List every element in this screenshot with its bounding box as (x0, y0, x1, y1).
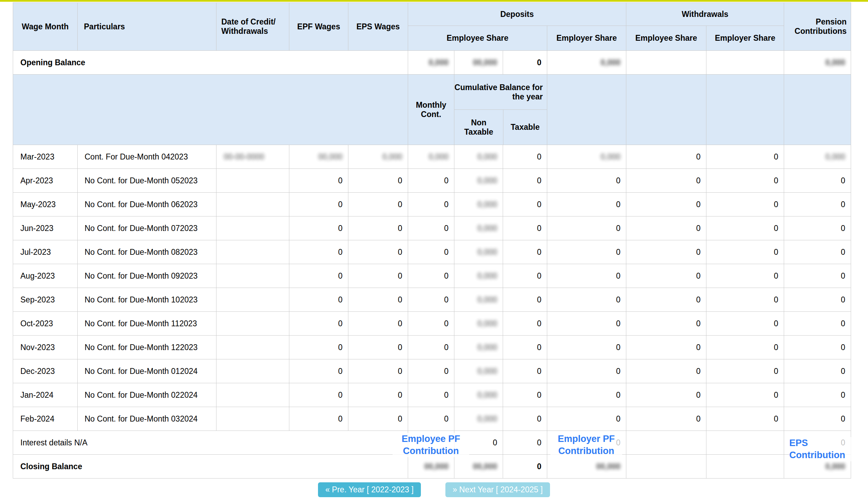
redacted-value: 00,000 (318, 152, 343, 162)
date-of-credit-cell (216, 383, 289, 407)
date-of-credit-cell (216, 407, 289, 431)
opening-pension: 0,000 (784, 51, 851, 75)
withdrawal-employer-cell: 0 (706, 240, 784, 264)
monthly-cont-cell: 0 (408, 359, 454, 383)
monthly-cont-cell: 0 (408, 336, 454, 359)
taxable-cell: 0 (503, 407, 547, 431)
eps-wages-cell: 0 (348, 216, 408, 240)
band-spacer (626, 75, 706, 145)
eps-wages-cell: 0,000 (348, 145, 408, 169)
wage-month-cell: Jan-2024 (13, 383, 78, 407)
employer-share-cell: 0,000 (547, 145, 626, 169)
redacted-value: 0,000 (825, 58, 845, 67)
withdrawal-employee-cell: 0 (626, 216, 706, 240)
monthly-cont-header: Monthly Cont. (408, 75, 454, 145)
employer-share-cell: 0 (547, 193, 626, 216)
wage-month-row: Jan-2024No Cont. for Due-Month 022024000… (13, 383, 851, 407)
withdrawal-employer-cell: 0 (706, 288, 784, 312)
wage-month-cell: May-2023 (13, 193, 78, 216)
date-of-credit-cell (216, 359, 289, 383)
col-header-date-of-credit: Date of Credit/ Withdrawals (216, 3, 289, 51)
employer-share-cell: 0 (547, 407, 626, 431)
wage-month-row: Aug-2023No Cont. for Due-Month 092023000… (13, 264, 851, 288)
opening-balance-label: Opening Balance (13, 51, 408, 75)
particulars-cell: No Cont. for Due-Month 022024 (78, 383, 216, 407)
sub-header-band: Monthly Cont.Cumulative Balance for the … (13, 75, 851, 145)
withdrawal-employee-cell: 0 (626, 145, 706, 169)
interest-label: Interest details N/A (13, 431, 408, 455)
closing-balance-row: Closing Balance00,00000,000000,0000,000 (13, 455, 851, 479)
withdrawal-employee-cell: 0 (626, 359, 706, 383)
taxable-header: Taxable (503, 110, 547, 145)
withdrawal-employer-cell: 0 (706, 169, 784, 193)
col-header-withdrawals-employee-share: Employee Share (626, 26, 706, 51)
opening-withdrawal-employer (706, 51, 784, 75)
non-taxable-cell: 0,000 (454, 359, 503, 383)
band-spacer (13, 75, 408, 145)
particulars-cell: No Cont. for Due-Month 102023 (78, 288, 216, 312)
taxable-cell: 0 (503, 359, 547, 383)
taxable-cell: 0 (503, 193, 547, 216)
employer-share-cell: 0 (547, 288, 626, 312)
redacted-value: 0,000 (825, 152, 845, 162)
wage-month-cell: Oct-2023 (13, 312, 78, 336)
closing-non-taxable: 00,000 (454, 455, 503, 479)
next-year-button[interactable]: » Next Year [ 2024-2025 ] (445, 482, 550, 497)
cumulative-balance-title: Cumulative Balance for the year (454, 75, 547, 110)
redacted-value: 0,000 (477, 224, 497, 233)
taxable-cell: 0 (503, 288, 547, 312)
pension-cell: 0 (784, 288, 851, 312)
redacted-value: 0,000 (600, 58, 620, 67)
date-of-credit-cell: 00-00-0000 (216, 145, 289, 169)
employer-share-cell: 0 (547, 264, 626, 288)
redacted-value: 00,000 (596, 462, 620, 471)
prev-year-button[interactable]: « Pre. Year [ 2022-2023 ] (318, 482, 421, 497)
withdrawal-employer-cell: 0 (706, 312, 784, 336)
withdrawal-employer-cell: 0 (706, 383, 784, 407)
redacted-value: 0,000 (477, 319, 497, 328)
non-taxable-cell: 0,000 (454, 216, 503, 240)
band-spacer (784, 75, 851, 145)
col-header-withdrawals: Withdrawals (626, 3, 784, 26)
redacted-value: 00,000 (424, 462, 449, 471)
epf-wages-cell: 0 (289, 288, 348, 312)
non-taxable-cell: 0,000 (454, 407, 503, 431)
wage-month-cell: Feb-2024 (13, 407, 78, 431)
monthly-cont-cell: 0 (408, 288, 454, 312)
monthly-cont-cell: 0 (408, 312, 454, 336)
withdrawal-employee-cell: 0 (626, 312, 706, 336)
non-taxable-cell: 0,000 (454, 169, 503, 193)
monthly-cont-cell: 0 (408, 216, 454, 240)
particulars-cell: Cont. For Due-Month 042023 (78, 145, 216, 169)
col-header-pension-contributions: Pension Contributions (784, 3, 851, 51)
eps-wages-cell: 0 (348, 336, 408, 359)
withdrawal-employer-cell: 0 (706, 216, 784, 240)
particulars-cell: No Cont. for Due-Month 082023 (78, 240, 216, 264)
closing-employer-share: 00,000 (547, 455, 626, 479)
wage-month-cell: Mar-2023 (13, 145, 78, 169)
opening-withdrawal-employee (626, 51, 706, 75)
date-of-credit-cell (216, 288, 289, 312)
date-of-credit-cell (216, 193, 289, 216)
redacted-value: 0,000 (477, 367, 497, 376)
epf-wages-cell: 0 (289, 359, 348, 383)
non-taxable-cell: 0,000 (454, 383, 503, 407)
interest-taxable: 0 (503, 431, 547, 455)
withdrawal-employer-cell: 0 (706, 264, 784, 288)
date-of-credit-cell (216, 336, 289, 359)
eps-wages-cell: 0 (348, 169, 408, 193)
non-taxable-cell: 0,000 (454, 312, 503, 336)
opening-monthly-cont: 0,000 (408, 51, 454, 75)
employer-share-cell: 0 (547, 240, 626, 264)
annotation-employee-pf-contribution: Employee PF Contribution (393, 433, 469, 457)
taxable-cell: 0 (503, 312, 547, 336)
header-row-1: Wage Month Particulars Date of Credit/ W… (13, 3, 851, 26)
redacted-value: 00,000 (473, 58, 497, 67)
non-taxable-cell: 0,000 (454, 193, 503, 216)
redacted-value: 0,000 (428, 58, 449, 67)
eps-wages-cell: 0 (348, 407, 408, 431)
particulars-cell: No Cont. for Due-Month 072023 (78, 216, 216, 240)
monthly-cont-cell: 0 (408, 264, 454, 288)
date-of-credit-cell (216, 312, 289, 336)
employer-share-cell: 0 (547, 359, 626, 383)
